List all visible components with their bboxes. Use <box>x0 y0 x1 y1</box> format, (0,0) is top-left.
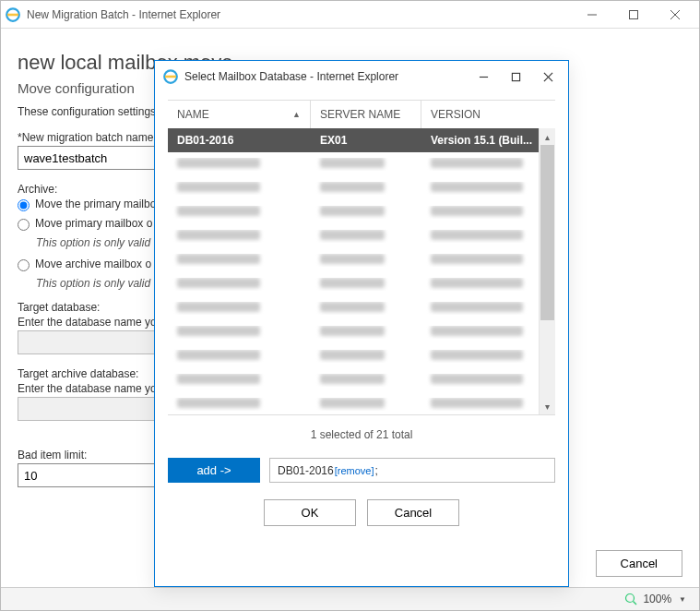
ie-icon <box>5 6 21 23</box>
svg-rect-9 <box>512 73 519 80</box>
window-controls <box>571 2 695 28</box>
scrollbar-track[interactable] <box>540 145 555 398</box>
selected-item-name: DB01-2016 <box>278 464 334 477</box>
main-cancel-button[interactable]: Cancel <box>596 550 682 577</box>
table-row[interactable] <box>168 272 555 296</box>
selected-items-box[interactable]: DB01-2016 [remove]; <box>269 458 555 483</box>
ie-icon <box>162 68 179 85</box>
archive-radio-primary-label: Move the primary mailbox <box>35 198 161 210</box>
modal-button-row: OK Cancel <box>168 499 555 526</box>
selection-count: 1 selected of 21 total <box>168 415 555 458</box>
scroll-down-icon[interactable]: ▾ <box>540 398 555 414</box>
zoom-level: 100% <box>643 593 671 605</box>
cell-version: Version 15.1 (Buil... <box>421 134 555 147</box>
svg-line-6 <box>634 602 637 605</box>
sort-asc-icon: ▲ <box>292 110 301 119</box>
archive-radio-archive-only[interactable] <box>18 259 30 271</box>
table-row[interactable]: DB01-2016 EX01 Version 15.1 (Buil... <box>168 128 555 152</box>
ok-button[interactable]: OK <box>264 499 356 526</box>
scroll-up-icon[interactable]: ▴ <box>540 128 555 145</box>
main-titlebar: New Migration Batch - Internet Explorer <box>1 1 699 29</box>
close-button[interactable] <box>654 2 695 28</box>
table-row[interactable] <box>168 200 555 224</box>
table-row[interactable] <box>168 344 555 368</box>
remove-link[interactable]: [remove] <box>335 465 374 476</box>
scrollbar-thumb[interactable] <box>540 145 554 320</box>
modal-close-button[interactable] <box>532 64 564 90</box>
archive-radio-primary-only[interactable] <box>18 219 30 231</box>
table-row[interactable] <box>168 224 555 248</box>
status-bar: 100% ▼ <box>1 587 699 610</box>
modal-cancel-button[interactable]: Cancel <box>367 499 459 526</box>
table-row[interactable] <box>168 152 555 176</box>
column-header-name-label: NAME <box>177 108 209 121</box>
modal-body: NAME ▲ SERVER NAME VERSION DB01-2016 EX0… <box>155 92 568 539</box>
select-database-dialog: Select Mailbox Database - Internet Explo… <box>154 60 569 587</box>
maximize-button[interactable] <box>612 2 654 28</box>
cell-name: DB01-2016 <box>168 134 311 147</box>
table-row[interactable] <box>168 296 555 320</box>
svg-rect-2 <box>629 10 637 18</box>
add-button[interactable]: add -> <box>168 458 260 483</box>
selected-item-sep: ; <box>375 464 378 477</box>
archive-radio-archive-only-label: Move archive mailbox o <box>35 258 151 270</box>
archive-radio-primary[interactable] <box>18 199 30 211</box>
table-row[interactable] <box>168 392 555 414</box>
add-row: add -> DB01-2016 [remove]; <box>168 458 555 483</box>
modal-window-controls <box>468 64 564 90</box>
svg-point-5 <box>626 594 635 603</box>
minimize-button[interactable] <box>571 2 612 28</box>
column-header-name[interactable]: NAME ▲ <box>168 101 311 128</box>
table-row[interactable] <box>168 248 555 272</box>
table-row[interactable] <box>168 176 555 200</box>
main-button-row: Cancel <box>596 550 682 577</box>
vertical-scrollbar[interactable]: ▴ ▾ <box>539 128 555 414</box>
zoom-dropdown-icon[interactable]: ▼ <box>679 595 686 604</box>
modal-titlebar: Select Mailbox Database - Internet Explo… <box>155 61 568 92</box>
modal-maximize-button[interactable] <box>500 64 532 90</box>
column-header-version[interactable]: VERSION <box>421 101 555 128</box>
table-body: DB01-2016 EX01 Version 15.1 (Buil... ▴ <box>168 128 555 414</box>
archive-radio-primary-only-label: Move primary mailbox o <box>35 217 152 230</box>
zoom-icon <box>624 593 637 605</box>
column-header-server[interactable]: SERVER NAME <box>311 101 421 128</box>
modal-minimize-button[interactable] <box>468 64 500 90</box>
modal-title: Select Mailbox Database - Internet Explo… <box>184 70 468 83</box>
table-row[interactable] <box>168 320 555 344</box>
database-table: NAME ▲ SERVER NAME VERSION DB01-2016 EX0… <box>168 100 555 415</box>
table-row[interactable] <box>168 368 555 392</box>
table-header-row: NAME ▲ SERVER NAME VERSION <box>168 101 555 128</box>
cell-server: EX01 <box>311 134 421 147</box>
main-window-title: New Migration Batch - Internet Explorer <box>27 8 571 21</box>
